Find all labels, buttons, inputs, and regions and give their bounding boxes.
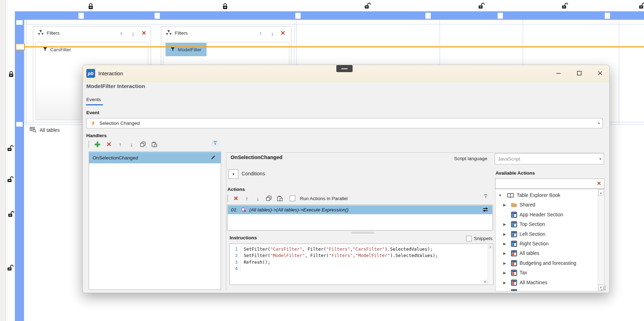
- event-dropdown[interactable]: Selection Changed ▾: [86, 118, 603, 128]
- snippets-checkbox[interactable]: [466, 236, 472, 241]
- actions-list[interactable]: 01:(All tables)->(All tables)->Execute E…: [227, 205, 493, 230]
- paste-icon[interactable]: [151, 141, 157, 148]
- lock-icon[interactable]: [8, 71, 14, 79]
- unlock-icon[interactable]: [639, 2, 644, 11]
- action-row[interactable]: 01:(All tables)->(All tables)->Execute E…: [228, 205, 492, 214]
- tree-scrollbar[interactable]: ▲ ▼: [598, 189, 604, 291]
- tree-item[interactable]: ▼Table Explorer Book: [495, 191, 598, 200]
- book-icon: [507, 193, 514, 198]
- scroll-up-icon[interactable]: ▲: [598, 189, 603, 196]
- dialog-title: Interaction: [98, 70, 123, 76]
- code-editor[interactable]: 1SetFilter("CarsFilter", Filter("Filters…: [230, 244, 493, 285]
- expander-collapsed-icon[interactable]: ▶: [503, 222, 506, 226]
- vertical-scrollbar[interactable]: ▲: [488, 244, 493, 284]
- paste-icon[interactable]: [277, 195, 283, 202]
- handler-row[interactable]: OnSelectionChanged: [89, 152, 221, 163]
- clear-search-icon[interactable]: ✕: [597, 180, 601, 187]
- toolbar-grip[interactable]: [227, 195, 228, 202]
- tree-item[interactable]: ▶Shared: [495, 200, 598, 210]
- unlock-icon[interactable]: [7, 176, 14, 184]
- tree-item[interactable]: ▶Top Section: [495, 220, 598, 229]
- tab-events[interactable]: Events: [86, 97, 101, 102]
- toolbar-options-icon[interactable]: ▾: [212, 140, 218, 146]
- unlock-icon[interactable]: [8, 211, 15, 219]
- tree-item[interactable]: ▶Tax: [495, 268, 598, 278]
- resize-handle[interactable]: [79, 13, 84, 19]
- conditions-expand-button[interactable]: ▼: [228, 169, 238, 179]
- splitter-handle[interactable]: [352, 232, 374, 233]
- unlock-icon[interactable]: [7, 145, 14, 153]
- move-handler-down-button[interactable]: ↓: [128, 141, 135, 148]
- resize-handle[interactable]: [16, 122, 23, 127]
- expander-collapsed-icon[interactable]: ▶: [503, 251, 506, 255]
- delete-handler-button[interactable]: ✕: [106, 141, 112, 148]
- maximize-button[interactable]: [572, 67, 587, 79]
- guide-handle[interactable]: [16, 43, 25, 50]
- resize-handle[interactable]: [498, 13, 503, 19]
- tree-item[interactable]: ▶Right Section: [495, 239, 598, 249]
- move-handler-up-button[interactable]: ↑: [117, 141, 123, 148]
- tree-item[interactable]: ▶All tables: [495, 249, 598, 258]
- tree-item[interactable]: ▶Budgeting and forecasting: [495, 258, 598, 268]
- script-language-dropdown[interactable]: JavaScript ▾: [495, 153, 604, 164]
- selection-band-vertical[interactable]: [15, 11, 24, 321]
- unlock-icon[interactable]: [478, 2, 485, 11]
- run-parallel-checkbox[interactable]: [290, 195, 295, 201]
- filter-item[interactable]: CarsFilter: [41, 43, 73, 56]
- unlock-icon[interactable]: [364, 2, 371, 11]
- swap-arrows-icon[interactable]: [482, 207, 489, 213]
- move-up-button[interactable]: ↑: [118, 30, 124, 37]
- expander-collapsed-icon[interactable]: ▶: [503, 281, 506, 285]
- lock-icon[interactable]: [222, 3, 228, 11]
- selection-band-horizontal[interactable]: [15, 11, 644, 20]
- resize-handle[interactable]: [425, 13, 431, 19]
- copy-icon[interactable]: [266, 195, 272, 202]
- filter-item[interactable]: ModelFilter: [166, 43, 207, 56]
- resize-handle[interactable]: [605, 13, 610, 19]
- copy-icon[interactable]: [140, 141, 146, 148]
- tree-item[interactable]: ▶Left Section: [495, 229, 598, 239]
- tree-item[interactable]: [495, 287, 598, 291]
- delete-button[interactable]: ✕: [280, 29, 286, 36]
- move-up-button[interactable]: ↑: [257, 30, 264, 37]
- expander-collapsed-icon[interactable]: ▶: [503, 242, 506, 246]
- available-actions-search[interactable]: ✕: [495, 179, 604, 189]
- expander-expanded-icon[interactable]: ▼: [498, 193, 502, 197]
- move-action-down-button[interactable]: ↓: [255, 195, 261, 202]
- scroll-right-icon[interactable]: ▶: [483, 280, 488, 284]
- resize-handle[interactable]: [155, 13, 160, 19]
- section-all-tables[interactable]: All tables: [30, 127, 60, 134]
- delete-button[interactable]: ✕: [141, 29, 147, 36]
- tree-item[interactable]: App Header Section: [495, 210, 598, 220]
- panel-divider: [226, 152, 604, 153]
- scroll-up-icon[interactable]: ▲: [488, 244, 493, 249]
- code-text: SetFilter("ModelFilter", Filter("Filters…: [244, 253, 438, 258]
- edit-pencil-icon[interactable]: [210, 155, 216, 161]
- move-down-button[interactable]: ↓: [269, 30, 275, 37]
- resize-handle[interactable]: [16, 20, 23, 25]
- available-actions-tree[interactable]: ▲ ▼ ▼Table Explorer Book▶SharedApp Heade…: [495, 189, 604, 291]
- delete-action-button[interactable]: ✕: [233, 195, 239, 202]
- tree-item[interactable]: ▶All Machines: [495, 278, 598, 287]
- resize-handle[interactable]: [295, 13, 301, 19]
- move-down-button[interactable]: ↓: [130, 30, 136, 37]
- collapsed-side-panel[interactable]: [0, 0, 6, 321]
- minimize-button[interactable]: [551, 67, 566, 79]
- lock-icon[interactable]: [88, 3, 94, 11]
- dialog-resize-grip[interactable]: [601, 286, 606, 291]
- unlock-icon[interactable]: [562, 2, 569, 11]
- expander-collapsed-icon[interactable]: ▶: [503, 271, 506, 275]
- move-action-up-button[interactable]: ↑: [244, 195, 250, 202]
- tree-item-label: All tables: [520, 251, 539, 256]
- toolbar-grip[interactable]: [88, 141, 89, 147]
- run-parallel-label: Run Actions in Parallel: [300, 196, 348, 201]
- handlers-list[interactable]: OnSelectionChanged: [89, 151, 221, 290]
- window-drag-handle[interactable]: [336, 65, 353, 72]
- add-handler-button[interactable]: [94, 141, 101, 148]
- toolbar-options-icon[interactable]: ▾: [484, 194, 487, 198]
- unlock-icon[interactable]: [7, 264, 14, 273]
- expander-collapsed-icon[interactable]: ▶: [503, 261, 506, 265]
- close-button[interactable]: [593, 67, 608, 79]
- expander-collapsed-icon[interactable]: ▶: [503, 203, 506, 207]
- expander-collapsed-icon[interactable]: ▶: [503, 232, 506, 236]
